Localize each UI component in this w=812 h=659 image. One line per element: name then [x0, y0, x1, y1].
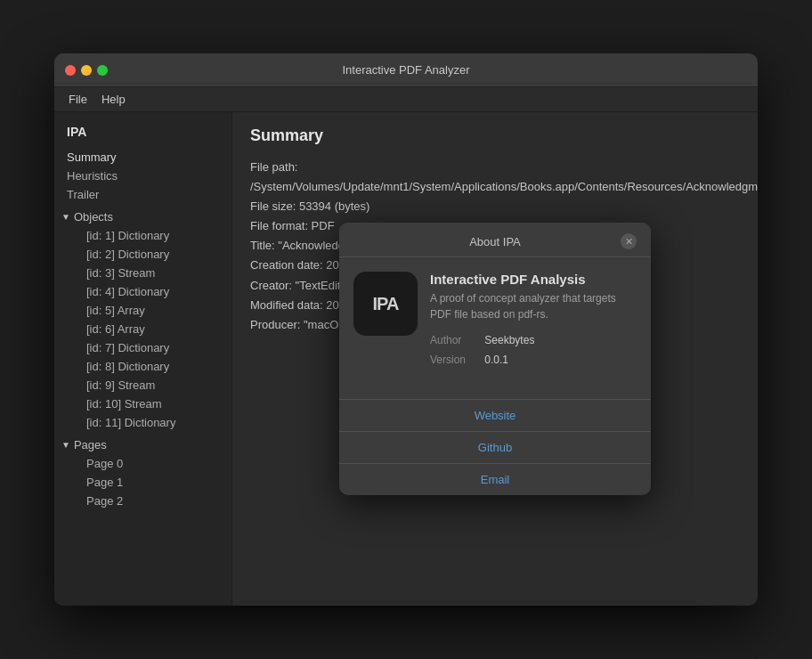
version-row: Version 0.0.1 [430, 351, 637, 370]
sidebar-item-id5[interactable]: [id: 5] Array [74, 301, 231, 320]
version-label: Version [430, 351, 482, 370]
sidebar-item-id6[interactable]: [id: 6] Array [74, 320, 231, 338]
author-row: Author Seekbytes [430, 331, 637, 351]
app-name: Interactive PDF Analysis [430, 272, 637, 287]
author-value: Seekbytes [484, 334, 534, 346]
github-link[interactable]: Github [339, 432, 651, 464]
sidebar-header: IPA [54, 121, 231, 148]
about-dialog: About IPA ✕ IPA Interactive PDF Analysis… [339, 223, 651, 494]
maximize-button[interactable] [97, 65, 108, 76]
sidebar-item-summary[interactable]: Summary [54, 148, 231, 167]
sidebar-item-trailer[interactable]: Trailer [54, 185, 231, 204]
main-content: IPA Summary Heuristics Trailer ▼ Objects… [54, 112, 758, 606]
minimize-button[interactable] [81, 65, 92, 76]
email-link[interactable]: Email [339, 464, 651, 495]
app-details: Interactive PDF Analysis A proof of conc… [430, 272, 637, 370]
pages-arrow-icon: ▼ [61, 440, 70, 450]
sidebar-section-pages-header[interactable]: ▼ Pages [54, 435, 231, 454]
dialog-app-info: IPA Interactive PDF Analysis A proof of … [353, 272, 637, 370]
dialog-title: About IPA [369, 235, 621, 248]
objects-arrow-icon: ▼ [61, 212, 70, 222]
menubar: File Help [54, 87, 758, 112]
app-meta: Author Seekbytes Version 0.0.1 [430, 331, 637, 370]
dialog-links: Website Github Email [339, 400, 651, 495]
sidebar-item-id7[interactable]: [id: 7] Dictionary [74, 338, 231, 357]
content-title: Summary [250, 126, 740, 145]
file-path-value: /System/Volumes/Update/mnt1/System/Appli… [250, 177, 740, 197]
sidebar-item-page1[interactable]: Page 1 [74, 473, 231, 492]
titlebar-buttons [65, 65, 108, 76]
sidebar-section-objects-header[interactable]: ▼ Objects [54, 207, 231, 226]
app-icon: IPA [353, 272, 418, 336]
sidebar-section-pages: ▼ Pages Page 0 Page 1 Page 2 [54, 435, 231, 510]
window-title: Interactive PDF Analyzer [342, 63, 469, 77]
version-value: 0.0.1 [484, 354, 508, 366]
sidebar-item-page2[interactable]: Page 2 [74, 492, 231, 510]
sidebar-item-id4[interactable]: [id: 4] Dictionary [74, 282, 231, 301]
content-area: Summary File path: /System/Volumes/Updat… [232, 112, 758, 606]
dialog-close-button[interactable]: ✕ [621, 233, 637, 249]
main-window: Interactive PDF Analyzer File Help IPA S… [54, 53, 758, 606]
dialog-body: IPA Interactive PDF Analysis A proof of … [339, 257, 651, 398]
sidebar-item-id11[interactable]: [id: 11] Dictionary [74, 413, 231, 432]
sidebar-item-page0[interactable]: Page 0 [74, 454, 231, 473]
sidebar: IPA Summary Heuristics Trailer ▼ Objects… [54, 112, 232, 606]
sidebar-item-id8[interactable]: [id: 8] Dictionary [74, 357, 231, 376]
file-path-label: File path: [250, 158, 740, 177]
close-button[interactable] [65, 65, 76, 76]
author-label: Author [430, 331, 482, 351]
sidebar-item-id2[interactable]: [id: 2] Dictionary [74, 245, 231, 264]
sidebar-section-objects: ▼ Objects [id: 1] Dictionary [id: 2] Dic… [54, 207, 231, 432]
sidebar-item-id10[interactable]: [id: 10] Stream [74, 395, 231, 413]
sidebar-item-heuristics[interactable]: Heuristics [54, 167, 231, 185]
website-link[interactable]: Website [339, 400, 651, 432]
app-icon-text: IPA [373, 294, 399, 314]
dialog-titlebar: About IPA ✕ [339, 223, 651, 257]
sidebar-item-id9[interactable]: [id: 9] Stream [74, 376, 231, 395]
menu-file[interactable]: File [61, 91, 94, 108]
sidebar-pages-label: Pages [74, 438, 107, 452]
sidebar-item-id1[interactable]: [id: 1] Dictionary [74, 226, 231, 245]
objects-children: [id: 1] Dictionary [id: 2] Dictionary [i… [54, 226, 231, 432]
titlebar: Interactive PDF Analyzer [54, 53, 758, 87]
sidebar-item-id3[interactable]: [id: 3] Stream [74, 264, 231, 282]
sidebar-objects-label: Objects [74, 210, 113, 224]
app-desc: A proof of concept analyzer that targets… [430, 290, 637, 322]
pages-children: Page 0 Page 1 Page 2 [54, 454, 231, 510]
menu-help[interactable]: Help [94, 91, 133, 108]
file-size: File size: 53394 (bytes) [250, 197, 740, 216]
